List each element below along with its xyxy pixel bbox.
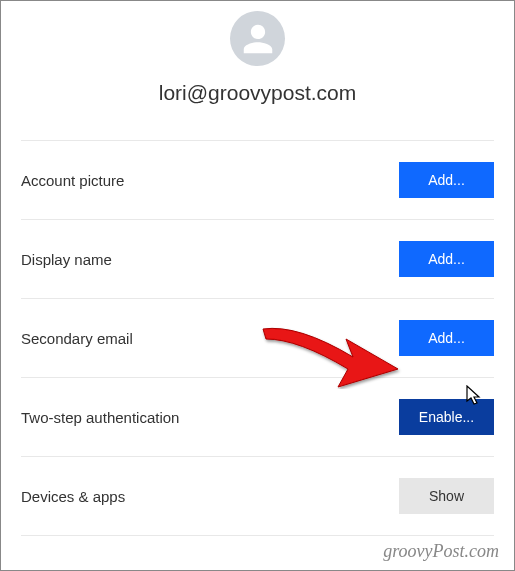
setting-label: Account picture xyxy=(21,172,124,189)
add-account-picture-button[interactable]: Add... xyxy=(399,162,494,198)
setting-label: Two-step authentication xyxy=(21,409,179,426)
enable-two-step-button[interactable]: Enable... xyxy=(399,399,494,435)
setting-row-devices-apps: Devices & apps Show xyxy=(21,457,494,536)
account-email: lori@groovypost.com xyxy=(21,81,494,105)
avatar xyxy=(230,11,285,66)
watermark: groovyPost.com xyxy=(383,541,499,562)
user-icon xyxy=(239,20,277,58)
setting-row-secondary-email: Secondary email Add... xyxy=(21,299,494,378)
setting-label: Display name xyxy=(21,251,112,268)
setting-label: Devices & apps xyxy=(21,488,125,505)
add-display-name-button[interactable]: Add... xyxy=(399,241,494,277)
settings-list: Account picture Add... Display name Add.… xyxy=(21,140,494,536)
show-devices-button[interactable]: Show xyxy=(399,478,494,514)
setting-row-account-picture: Account picture Add... xyxy=(21,141,494,220)
add-secondary-email-button[interactable]: Add... xyxy=(399,320,494,356)
setting-row-two-step-auth: Two-step authentication Enable... xyxy=(21,378,494,457)
setting-label: Secondary email xyxy=(21,330,133,347)
setting-row-display-name: Display name Add... xyxy=(21,220,494,299)
